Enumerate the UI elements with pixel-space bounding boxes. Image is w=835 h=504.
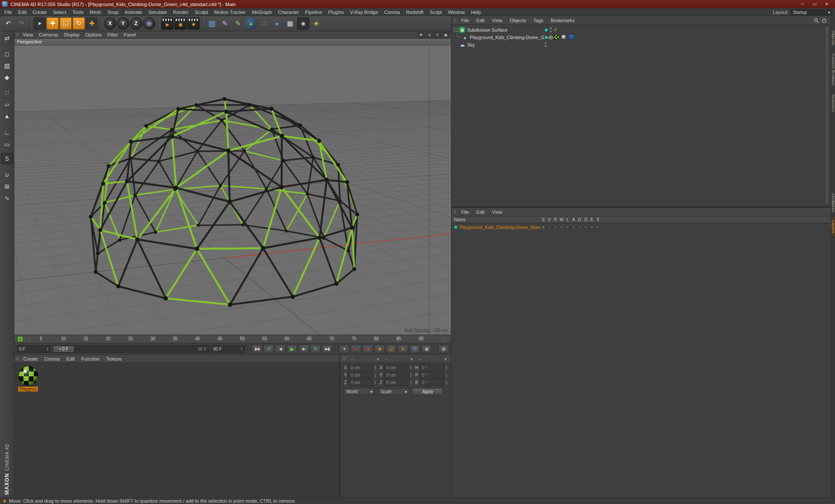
tab-layers[interactable]: Layers	[831, 216, 835, 238]
menu-item[interactable]: Sculpt	[192, 9, 211, 15]
timeline-ruler[interactable]: 0 51015202530354045505560657075808590	[14, 335, 451, 343]
menu-item[interactable]: Motion Tracker	[211, 9, 249, 15]
timeline-panel-button[interactable]: ▤	[438, 345, 448, 353]
editor-visibility-dot[interactable]	[550, 27, 552, 30]
record-objects-button[interactable]: ●	[339, 345, 349, 353]
toggle-view-icon[interactable]: ▣	[442, 32, 449, 38]
pen-tool-icon[interactable]: ✎	[219, 17, 231, 30]
undo-icon[interactable]: ↶	[2, 17, 14, 30]
home-icon[interactable]	[822, 18, 827, 23]
goto-start-button[interactable]: ▮◀	[252, 345, 262, 353]
minimize-button[interactable]: ─	[796, 0, 808, 8]
object-manager-menu-item[interactable]: File	[458, 18, 473, 23]
position-input[interactable]: 0 cm	[348, 379, 373, 386]
object-row-dome[interactable]: ▲ Playground_Kids_Climbing-Dome_Green	[451, 33, 831, 41]
size-mode-dropdown[interactable]: Scale ▾	[378, 388, 409, 395]
scale-tool-icon[interactable]: ◱	[60, 17, 72, 30]
autokey-button[interactable]: ●	[351, 345, 361, 353]
texture-tag-icon[interactable]	[554, 34, 559, 40]
lock-x-axis-icon[interactable]: X	[104, 17, 116, 30]
rotation-input[interactable]: 0 °	[420, 372, 444, 378]
layer-animation-toggle[interactable]: ▪	[571, 225, 577, 229]
key-scale-button[interactable]: ◱	[386, 345, 396, 353]
toolbar-separator[interactable]	[202, 18, 204, 29]
stepper-icon[interactable]: ▲▼	[445, 373, 448, 378]
move-tool-icon[interactable]: ✚	[47, 17, 59, 30]
object-name[interactable]: Playground_Kids_Climbing-Dome_Green	[470, 35, 554, 40]
key-pla-button[interactable]: ▦	[421, 345, 431, 353]
layout-dropdown[interactable]: Startup ▾	[791, 9, 832, 15]
menu-item[interactable]: Simulate	[145, 9, 170, 15]
metaball-icon[interactable]: ●	[271, 17, 283, 30]
viewport-menu-item[interactable]: Display	[61, 32, 82, 37]
stepper-icon[interactable]: ▲▼	[240, 347, 243, 351]
object-manager-menu-item[interactable]: Edit	[473, 18, 488, 23]
light-icon[interactable]: ☀	[310, 17, 322, 30]
layer-color-swatch[interactable]	[454, 225, 458, 229]
viewport-menu-item[interactable]: Options	[83, 32, 104, 37]
current-frame-field[interactable]: 0 F ▲▼	[17, 345, 51, 353]
toolbar-separator[interactable]	[100, 18, 102, 29]
workplane-lock-icon[interactable]: ⊞	[1, 181, 13, 192]
keyframe-selection-button[interactable]: ◉	[363, 345, 373, 353]
tab-attributes[interactable]: Attributes	[831, 189, 835, 216]
panel-grip-icon[interactable]: ⠿	[16, 33, 19, 37]
stepper-icon[interactable]: ▲▼	[410, 373, 412, 378]
layer-deformers-toggle[interactable]: ▪	[583, 225, 589, 229]
loop-button[interactable]: ↻	[311, 345, 321, 353]
menu-item[interactable]: Script	[427, 9, 445, 15]
menu-item[interactable]: Tools	[69, 9, 87, 15]
array-icon[interactable]: ∷	[258, 17, 270, 30]
render-view-icon[interactable]: ▶	[161, 17, 174, 30]
layer-color-swatch[interactable]	[544, 36, 548, 39]
layer-lock-toggle[interactable]: ▪	[564, 225, 571, 229]
rotation-input[interactable]: 0 °	[420, 365, 444, 371]
menu-item[interactable]: Plugins	[325, 9, 347, 15]
goto-end-button[interactable]: ▶▮	[322, 345, 332, 353]
last-tool-icon[interactable]: ✚	[86, 17, 98, 30]
menu-item[interactable]: Help	[468, 9, 484, 15]
render-visibility-dot[interactable]	[550, 38, 552, 40]
object-manager-menu-item[interactable]: Tags	[530, 18, 547, 23]
panel-grip-icon[interactable]: ⠿	[16, 357, 19, 361]
titlebar[interactable]: CINEMA 4D R17.055 Studio (R17) - [Playgr…	[0, 0, 835, 8]
panel-grip-icon[interactable]: ⠿	[454, 210, 457, 214]
render-settings-icon[interactable]: ✱	[187, 17, 200, 30]
material-preview-sphere[interactable]	[18, 366, 38, 386]
menu-item[interactable]: Create	[30, 9, 50, 15]
stepper-icon[interactable]: ▲▼	[374, 366, 376, 370]
menu-item[interactable]: Redshift	[403, 9, 426, 15]
layer-manager-toggle[interactable]: ▪	[558, 225, 564, 229]
snap-icon[interactable]: S	[1, 153, 13, 164]
prev-frame-button[interactable]: ◀	[275, 345, 285, 353]
key-parameter-button[interactable]: Ⓟ	[410, 345, 420, 353]
generator-enabled-check[interactable]: ✓	[554, 27, 558, 33]
rotate-tool-icon[interactable]: ↻	[73, 17, 85, 30]
object-name[interactable]: Sky	[467, 42, 475, 47]
object-manager-menu-item[interactable]: Bookmarks	[548, 18, 578, 23]
size-input[interactable]: 0 cm	[384, 379, 408, 386]
menu-item[interactable]: Render	[170, 9, 192, 15]
floor-icon[interactable]: ▦	[284, 17, 296, 30]
layer-name[interactable]: Playground_Kids_Climbing-Dome_Green	[459, 225, 540, 230]
uvw-tag-icon[interactable]	[568, 34, 574, 40]
tab-content-browser[interactable]: Content Browser	[831, 50, 835, 90]
render-visibility-dot[interactable]	[544, 45, 547, 47]
coordinate-system-icon[interactable]: ⊕	[143, 17, 155, 30]
material-item[interactable]: Playgrou	[18, 366, 42, 391]
maximize-button[interactable]: ▭	[808, 0, 821, 8]
key-rotation-button[interactable]: ↻	[398, 345, 408, 353]
object-manager-menu-item[interactable]: View	[488, 18, 506, 23]
rotate-view-icon[interactable]: ↻	[434, 32, 441, 38]
layer-manager-menu-item[interactable]: View	[488, 209, 506, 215]
make-editable-icon[interactable]: ⇄	[1, 33, 13, 44]
next-frame-button[interactable]: ▶	[299, 345, 309, 353]
stepper-icon[interactable]: ▲▼	[445, 381, 448, 385]
editor-visibility-dot[interactable]	[544, 42, 547, 44]
spline-pen-icon[interactable]: ✎	[232, 17, 244, 30]
menu-item[interactable]: MoGraph	[249, 9, 275, 15]
material-menu-item[interactable]: Edit	[63, 356, 78, 361]
edges-mode-icon[interactable]: ▱	[1, 99, 13, 110]
viewport-menu-item[interactable]: Panel	[121, 32, 138, 37]
object-row-sky[interactable]: ☁ Sky	[451, 41, 831, 48]
